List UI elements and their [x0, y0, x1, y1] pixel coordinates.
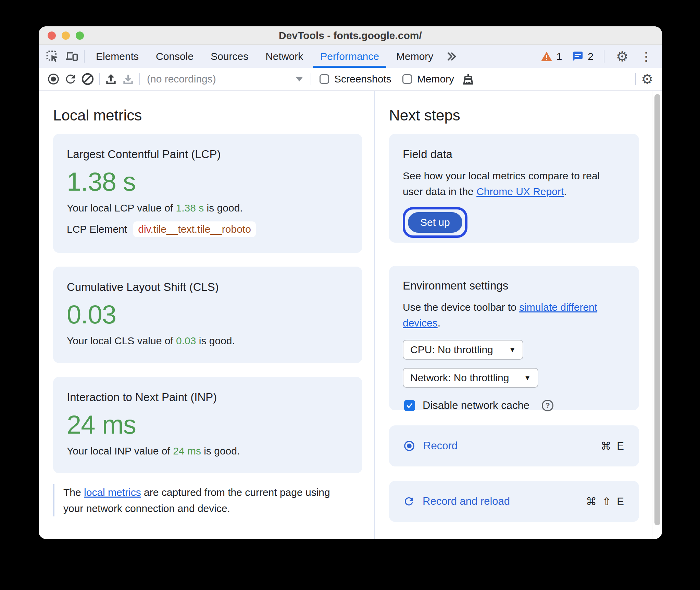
tab-elements[interactable]: Elements	[87, 45, 147, 68]
disable-cache-row: Disable network cache ?	[403, 399, 625, 412]
next-steps-pane: Next steps Field data See how your local…	[375, 91, 662, 539]
disable-cache-label: Disable network cache	[423, 399, 529, 412]
network-throttling-select[interactable]: Network: No throttling ▼	[403, 368, 538, 388]
simulate-devices-link[interactable]: simulate different	[519, 302, 597, 313]
setup-button[interactable]: Set up	[408, 212, 462, 233]
device-toolbar-button[interactable]	[62, 45, 81, 68]
tab-console[interactable]: Console	[147, 45, 202, 68]
cls-value: 0.03	[67, 301, 349, 328]
screenshots-checkbox-row: Screenshots	[320, 73, 391, 85]
lcp-element-label: LCP Element	[67, 223, 127, 235]
tab-bar-right-controls: 1 2 ⚙ ⋮	[538, 45, 655, 68]
cpu-throttling-select[interactable]: CPU: No throttling ▼	[403, 340, 523, 360]
record-reload-action-label: Record and reload	[423, 495, 510, 508]
chrome-ux-report-link[interactable]: Chrome UX Report	[476, 186, 564, 197]
issues-badge[interactable]: 2	[570, 51, 596, 62]
lcp-card-title: Largest Contentful Paint (LCP)	[67, 148, 349, 161]
record-action-left: Record	[403, 439, 458, 452]
gear-icon: ⚙	[616, 50, 628, 63]
collect-garbage-button[interactable]	[460, 70, 477, 88]
performance-toolbar: (no recordings) Screenshots Memory	[39, 68, 662, 91]
field-data-title: Field data	[403, 148, 625, 161]
record-icon	[46, 72, 61, 86]
save-profile-button[interactable]	[120, 70, 137, 88]
local-metrics-pane: Local metrics Largest Contentful Paint (…	[39, 91, 375, 539]
record-action-card[interactable]: Record ⌘ E	[389, 425, 639, 466]
lcp-element-row: LCP Element div.tile__text.tile__roboto	[67, 221, 349, 237]
divider	[635, 73, 636, 85]
simulate-devices-link-continued[interactable]: devices	[403, 317, 438, 329]
warnings-badge[interactable]: 1	[538, 51, 564, 62]
tab-performance[interactable]: Performance	[312, 45, 388, 68]
chevron-double-right-icon	[446, 51, 457, 62]
devtools-menu-button[interactable]: ⋮	[637, 50, 655, 63]
issues-count: 2	[588, 51, 593, 62]
gear-icon: ⚙	[641, 72, 653, 86]
devtools-window: DevTools - fonts.google.com/ Elements	[39, 26, 662, 539]
close-window-button[interactable]	[48, 31, 56, 40]
divider	[84, 50, 85, 63]
environment-settings-card: Environment settings Use the device tool…	[389, 266, 639, 410]
lcp-value: 1.38 s	[67, 168, 349, 195]
capture-settings-button[interactable]: ⚙	[639, 70, 656, 88]
screenshots-checkbox[interactable]	[320, 74, 329, 84]
record-reload-action-left: Record and reload	[403, 495, 510, 508]
inspect-element-button[interactable]	[43, 45, 62, 68]
upload-icon	[104, 72, 118, 86]
inspect-cursor-icon	[46, 50, 59, 63]
tab-sources[interactable]: Sources	[202, 45, 257, 68]
setup-button-focus-ring: Set up	[403, 207, 467, 238]
record-reload-shortcut: ⌘ ⇧ E	[586, 495, 625, 508]
more-tabs-button[interactable]	[442, 45, 461, 68]
clear-button[interactable]	[79, 70, 96, 88]
recordings-select-value: (no recordings)	[147, 73, 296, 85]
tab-memory[interactable]: Memory	[388, 45, 442, 68]
record-and-reload-button[interactable]	[62, 70, 79, 88]
inp-inline-value: 24 ms	[173, 445, 201, 457]
devtools-settings-button[interactable]: ⚙	[613, 50, 632, 63]
minimize-window-button[interactable]	[62, 31, 70, 40]
broom-icon	[461, 72, 475, 86]
divider	[604, 50, 604, 63]
recordings-select[interactable]: (no recordings)	[147, 73, 308, 85]
record-shortcut: ⌘ E	[601, 440, 625, 452]
warning-triangle-icon	[540, 51, 553, 62]
cpu-throttling-value: CPU: No throttling	[410, 344, 493, 356]
panel-scrollbar[interactable]	[652, 91, 662, 539]
checkmark-icon	[406, 402, 413, 409]
zoom-window-button[interactable]	[76, 31, 84, 40]
window-title: DevTools - fonts.google.com/	[279, 30, 422, 41]
tab-network[interactable]: Network	[257, 45, 312, 68]
cls-card-title: Cumulative Layout Shift (CLS)	[67, 280, 349, 294]
inp-value: 24 ms	[67, 411, 349, 438]
local-metrics-link[interactable]: local metrics	[84, 487, 141, 498]
cls-description: Your local CLS value of 0.03 is good.	[67, 334, 349, 347]
device-toolbar-icon	[65, 50, 78, 63]
memory-checkbox-row: Memory	[402, 73, 454, 85]
scrollbar-thumb[interactable]	[654, 94, 660, 525]
lcp-metric-card: Largest Contentful Paint (LCP) 1.38 s Yo…	[53, 134, 362, 253]
reload-icon	[403, 495, 415, 508]
environment-settings-title: Environment settings	[403, 279, 625, 293]
environment-settings-description: Use the device toolbar to simulate diffe…	[403, 299, 625, 331]
disable-cache-checkbox[interactable]	[404, 400, 415, 411]
record-icon	[403, 439, 416, 452]
lcp-inline-value: 1.38 s	[176, 202, 204, 214]
record-and-reload-action-card[interactable]: Record and reload ⌘ ⇧ E	[389, 481, 639, 522]
divider	[311, 73, 311, 85]
record-button[interactable]	[45, 70, 62, 88]
memory-checkbox[interactable]	[402, 74, 412, 84]
selector-tag: div	[138, 223, 150, 235]
lcp-element-selector-chip[interactable]: div.tile__text.tile__roboto	[133, 221, 256, 237]
title-bar: DevTools - fonts.google.com/	[39, 26, 662, 45]
network-throttling-value: Network: No throttling	[410, 372, 509, 384]
dropdown-caret-icon	[296, 77, 303, 81]
load-profile-button[interactable]	[102, 70, 120, 88]
download-icon	[121, 72, 135, 86]
help-icon[interactable]: ?	[542, 400, 553, 411]
selector-classes: .tile__text.tile__roboto	[150, 223, 251, 235]
traffic-lights	[48, 26, 84, 44]
local-metrics-heading: Local metrics	[53, 106, 362, 124]
issues-chat-icon	[572, 51, 584, 62]
kebab-menu-icon: ⋮	[637, 49, 655, 63]
